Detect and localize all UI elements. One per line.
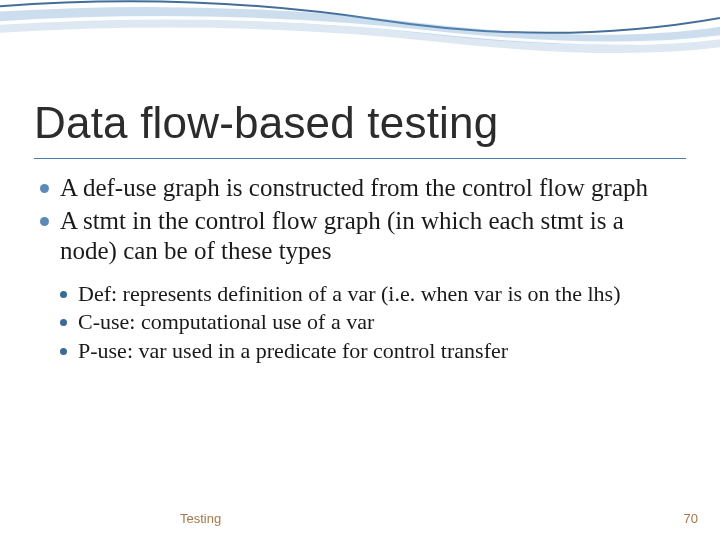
footer-label: Testing xyxy=(180,511,221,526)
slide-body: Data flow-based testing A def-use graph … xyxy=(0,0,720,540)
list-item: A def-use graph is constructed from the … xyxy=(38,173,686,204)
title-rule xyxy=(34,158,686,159)
page-number: 70 xyxy=(684,511,698,526)
list-item: A stmt in the control flow graph (in whi… xyxy=(38,206,686,267)
list-item: P-use: var used in a predicate for contr… xyxy=(58,338,686,365)
list-item: C-use: computational use of a var xyxy=(58,309,686,336)
bullet-list-level2: Def: represents definition of a var (i.e… xyxy=(34,281,686,365)
bullet-list-level1: A def-use graph is constructed from the … xyxy=(34,173,686,267)
list-item: Def: represents definition of a var (i.e… xyxy=(58,281,686,308)
slide-title: Data flow-based testing xyxy=(34,98,686,148)
